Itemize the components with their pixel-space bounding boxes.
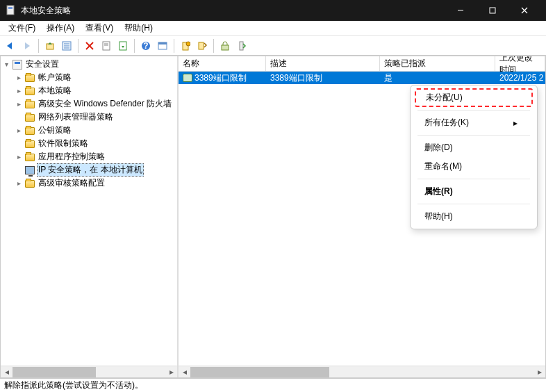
- tree-item[interactable]: 网络列表管理器策略: [2, 111, 176, 124]
- scroll-right-icon[interactable]: ▸: [533, 366, 545, 378]
- list-icon[interactable]: [59, 38, 74, 54]
- scroll-left-icon[interactable]: ◂: [179, 366, 190, 378]
- svg-rect-24: [199, 42, 204, 49]
- scroll-thumb[interactable]: [13, 367, 96, 377]
- tree-hscrollbar[interactable]: ◂ ▸: [1, 366, 177, 377]
- up-button[interactable]: [42, 38, 58, 54]
- svg-rect-21: [158, 42, 167, 44]
- manage-filter-icon[interactable]: [195, 38, 210, 54]
- svg-rect-14: [103, 42, 110, 50]
- ctx-all-tasks[interactable]: 所有任务(K)▸: [411, 113, 537, 132]
- svg-text:?: ?: [143, 41, 148, 51]
- caret-icon[interactable]: ▸: [15, 126, 23, 134]
- tree-item[interactable]: IP 安全策略，在 本地计算机: [2, 163, 176, 177]
- ctx-properties[interactable]: 属性(R): [411, 182, 537, 201]
- monitor-icon: [25, 166, 35, 174]
- context-menu: 未分配(U) 所有任务(K)▸ 删除(D) 重命名(M) 属性(R) 帮助(H): [410, 85, 538, 229]
- menu-action[interactable]: 操作(A): [41, 21, 80, 35]
- svg-rect-7: [47, 44, 53, 49]
- ctx-help[interactable]: 帮助(H): [411, 207, 537, 226]
- caret-icon[interactable]: ▸: [15, 74, 23, 81]
- separator: [417, 135, 530, 136]
- list-row[interactable]: 3389端口限制 3389端口限制 是 2022/1/25 2: [179, 72, 545, 84]
- cell-name: 3389端口限制: [195, 72, 247, 84]
- toolbar: ?: [0, 36, 546, 56]
- separator: [417, 110, 530, 111]
- tree-item[interactable]: ▸帐户策略: [2, 71, 176, 84]
- col-name[interactable]: 名称: [179, 56, 266, 71]
- ctx-unassign[interactable]: 未分配(U): [415, 88, 533, 107]
- folder-icon: [25, 127, 35, 135]
- cell-modified: 2022/1/25 2: [495, 73, 545, 83]
- tool-icon-1[interactable]: [217, 38, 233, 54]
- tree-view[interactable]: ▾ 安全设置 ▸帐户策略▸本地策略▸高级安全 Windows Defender …: [1, 56, 177, 366]
- create-policy-icon[interactable]: [178, 38, 193, 54]
- menu-view[interactable]: 查看(V): [80, 21, 119, 35]
- tree-item[interactable]: ▸本地策略: [2, 84, 176, 97]
- svg-rect-25: [222, 45, 229, 50]
- folder-icon: [25, 180, 35, 188]
- col-assigned[interactable]: 策略已指派: [380, 56, 495, 71]
- status-bar: 解除指派此策略(尝试设置为不活动)。: [0, 378, 546, 392]
- window-icon[interactable]: [155, 38, 170, 54]
- caret-icon[interactable]: ▸: [15, 179, 23, 187]
- list-hscrollbar[interactable]: ◂ ▸: [179, 366, 545, 377]
- separator: [417, 179, 530, 179]
- menu-file[interactable]: 文件(F): [3, 21, 41, 35]
- col-modified[interactable]: 上次更改时间: [495, 56, 545, 71]
- tree-item[interactable]: ▸高级审核策略配置: [2, 177, 176, 190]
- tree-root[interactable]: ▾ 安全设置: [2, 58, 176, 71]
- svg-point-23: [186, 42, 190, 46]
- list-header: 名称 描述 策略已指派 上次更改时间: [179, 56, 545, 72]
- tree-root-label: 安全设置: [24, 58, 60, 71]
- close-button[interactable]: [508, 0, 540, 21]
- tree-item-label: 软件限制策略: [37, 137, 90, 150]
- tree-item-label: 应用程序控制策略: [37, 150, 106, 163]
- menu-help[interactable]: 帮助(H): [119, 21, 158, 35]
- tree-item-label: 网络列表管理器策略: [37, 111, 115, 124]
- scroll-thumb[interactable]: [190, 367, 329, 377]
- cell-desc: 3389端口限制: [266, 72, 380, 84]
- status-text: 解除指派此策略(尝试设置为不活动)。: [4, 379, 143, 391]
- chevron-right-icon: ▸: [513, 118, 518, 128]
- app-icon: [6, 5, 17, 16]
- tool-icon-2[interactable]: [234, 38, 249, 54]
- properties-button[interactable]: [99, 38, 114, 54]
- svg-rect-2: [8, 8, 13, 9]
- tree-item[interactable]: ▸高级安全 Windows Defender 防火墙: [2, 97, 176, 111]
- folder-icon: [25, 74, 35, 82]
- caret-icon[interactable]: ▸: [15, 87, 23, 95]
- cell-assigned: 是: [380, 72, 495, 84]
- ctx-delete[interactable]: 删除(D): [411, 138, 537, 157]
- tree-item[interactable]: ▸应用程序控制策略: [2, 150, 176, 163]
- export-button[interactable]: [115, 38, 131, 54]
- tree-item-label: 本地策略: [37, 84, 73, 97]
- caret-icon[interactable]: ▸: [15, 100, 23, 108]
- scroll-right-icon[interactable]: ▸: [165, 366, 177, 378]
- col-desc[interactable]: 描述: [266, 56, 380, 71]
- tree-panel: ▾ 安全设置 ▸帐户策略▸本地策略▸高级安全 Windows Defender …: [1, 56, 179, 377]
- title-bar: 本地安全策略: [0, 0, 546, 21]
- tree-item[interactable]: 软件限制策略: [2, 137, 176, 150]
- folder-icon: [25, 114, 35, 122]
- delete-button[interactable]: [82, 38, 97, 54]
- separator: [417, 204, 530, 204]
- tree-item-label: 高级审核策略配置: [37, 177, 106, 190]
- svg-rect-0: [7, 6, 14, 15]
- maximize-button[interactable]: [477, 0, 508, 21]
- caret-icon[interactable]: ▾: [2, 60, 10, 68]
- folder-icon: [25, 140, 35, 148]
- ctx-rename[interactable]: 重命名(M): [411, 157, 537, 176]
- folder-icon: [25, 101, 35, 108]
- caret-icon[interactable]: ▸: [15, 153, 23, 161]
- svg-rect-4: [490, 8, 495, 13]
- folder-icon: [25, 88, 35, 95]
- minimize-button[interactable]: [445, 0, 477, 21]
- help-button[interactable]: ?: [138, 38, 154, 54]
- root-icon: [13, 60, 22, 70]
- scroll-left-icon[interactable]: ◂: [1, 366, 13, 378]
- forward-button[interactable]: [19, 38, 35, 54]
- folder-icon: [25, 154, 35, 161]
- back-button[interactable]: [3, 38, 18, 54]
- tree-item[interactable]: ▸公钥策略: [2, 124, 176, 137]
